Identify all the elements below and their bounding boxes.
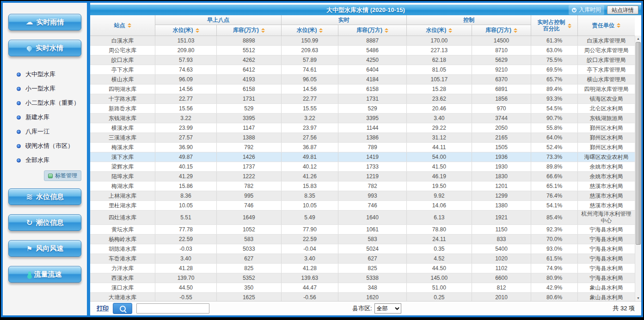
cell-station: 上林湖水库: [90, 191, 155, 201]
sidebar-menu-item[interactable]: 八库一江: [17, 127, 87, 136]
table-row[interactable]: 亭下水库74.636412 74.61640481.05 921069.5%亭下…: [90, 65, 635, 75]
county-select[interactable]: 全部: [374, 303, 401, 314]
cell-percent: 70.0%: [531, 235, 578, 244]
bullet-icon: [17, 144, 21, 148]
sidebar-menu-item[interactable]: 小一型水库: [17, 85, 87, 93]
cell-unit: 杭州湾海洋水利管理中心: [577, 211, 635, 225]
scroll-down-arrow[interactable]: ▼: [635, 295, 641, 301]
cell-realtime-level: 150.99: [281, 36, 338, 46]
cell-morning-level: 5.51: [155, 211, 217, 225]
cell-unit: 四明湖水库管理局: [577, 85, 635, 94]
table-row[interactable]: 西溪水库139.705352 139.635338145.00 660080.9…: [90, 273, 635, 283]
column-header-morning-level[interactable]: 水位(米): [155, 25, 217, 36]
water-drop-icon: [25, 44, 33, 52]
table-row[interactable]: 横山水库96.094193 96.054184105.17 637065.7%横…: [90, 75, 635, 85]
cell-realtime-level: 3.22: [281, 114, 338, 123]
sidebar-menu-item[interactable]: 碶闸水情（市区）: [17, 142, 87, 150]
tag-manage-button[interactable]: 标签管理: [44, 170, 81, 181]
table-row[interactable]: 胡陈港水库-0.035033 -0.0450240.35 540093.0%宁海…: [90, 244, 635, 254]
search-input[interactable]: [136, 303, 209, 314]
table-row[interactable]: 梁辉水库40.151737 40.12173341.50 193089.8%余姚…: [90, 162, 635, 172]
column-header-control-capacity[interactable]: 库容(万方): [472, 25, 531, 36]
table-row[interactable]: 里杜湖水库10.05746 10.0574614.06 138054.1%慈溪市…: [90, 201, 635, 211]
table-row[interactable]: 横溪水库23.991147 23.97114429.22 205055.8%鄞州…: [90, 123, 635, 133]
cell-control-level: 227.13: [406, 46, 472, 55]
table-row[interactable]: 力洋水库41.28825 41.2882544.50 110274.9%宁海县水…: [90, 264, 635, 273]
cell-control-level: 29.22: [406, 123, 472, 133]
cell-morning-level: 22.59: [155, 235, 217, 244]
cell-morning-level: 41.29: [155, 172, 217, 181]
cell-control-level: 81.05: [406, 65, 472, 75]
column-header-station[interactable]: 站点: [90, 15, 155, 36]
table-row[interactable]: 溪下水库49.871426 49.81141954.00 193673.3%海曙…: [90, 152, 635, 162]
sort-icon: [514, 28, 517, 33]
cell-control-capacity: 6891: [472, 85, 531, 94]
scroll-up-arrow[interactable]: ▲: [635, 36, 641, 42]
sidebar-button-tide-level[interactable]: ↻ 潮位信息: [8, 214, 81, 231]
cell-control-level: 6.13: [406, 211, 472, 225]
column-header-control-level[interactable]: 水位(米): [406, 25, 472, 36]
cell-morning-capacity: 6412: [216, 65, 281, 75]
cell-percent: 64.0%: [531, 133, 578, 143]
print-link[interactable]: 打印: [97, 304, 109, 313]
cell-realtime-level: 49.81: [281, 152, 338, 162]
sidebar-menu-item[interactable]: 全部水库: [17, 156, 87, 164]
cell-control-level: 41.50: [406, 162, 472, 172]
cell-unit: 余姚市水利局: [577, 162, 635, 172]
table-row[interactable]: 周公宅水库209.805512 209.635486227.13 871063.…: [90, 46, 635, 55]
table-row[interactable]: 上林湖水库8.36995 8.359939.92 129976.4%慈溪市水利局: [90, 191, 635, 201]
table-row[interactable]: 梅湖水库15.86782 15.8378219.50 120165.1%慈溪市水…: [90, 181, 635, 191]
cell-morning-capacity: 350: [216, 283, 281, 293]
table-row[interactable]: 十字路水库22.771731 22.77173123.62 185693.3%镇…: [90, 94, 635, 104]
sidebar-menu-item[interactable]: 小二型水库（重要）: [17, 99, 87, 107]
cell-morning-capacity: 1649: [216, 211, 281, 225]
cell-morning-level: 15.86: [155, 181, 217, 191]
table-row[interactable]: 黄坛水库77.781052 77.90106178.80 115092.3%宁海…: [90, 225, 635, 235]
column-header-realtime-level[interactable]: 水位(米): [281, 25, 338, 36]
scrollbar-thumb[interactable]: [636, 42, 641, 245]
sidebar-button-realtime-water[interactable]: 实时水情: [8, 40, 81, 56]
page-title: 大中型水库水情 (2020-10-15): [326, 6, 405, 14]
column-header-percent[interactable]: 实时占控制 百分比: [531, 15, 578, 36]
sort-icon: [261, 28, 265, 33]
table-row[interactable]: 大塘港水库-0.551625 -0.5616200.25 201080.6%象山…: [90, 293, 635, 302]
table-row[interactable]: 四灶浦水库5.511649 5.4916406.13 192185.4%杭州湾海…: [90, 211, 635, 225]
cell-station: 溪口水库: [90, 283, 155, 293]
sidebar-button-wind[interactable]: ⚑ 风向风速: [8, 240, 81, 257]
table-row[interactable]: 四明湖水库14.566158 14.56615815.28 689189.4%四…: [90, 85, 635, 94]
table-row[interactable]: 东钱湖水库3.223395 3.2233953.40 374490.7%东钱湖旅…: [90, 114, 635, 123]
cell-unit: 慈溪市水利局: [577, 191, 635, 201]
cell-realtime-capacity: 789: [338, 143, 407, 152]
county-label: 县市区:: [352, 304, 372, 313]
search-button[interactable]: [113, 303, 132, 314]
column-header-morning-capacity[interactable]: 库容(万方): [216, 25, 281, 36]
sidebar-menu-item[interactable]: 新建水库: [17, 113, 87, 121]
cell-station: 杨梅岭水库: [90, 235, 155, 244]
cell-morning-level: 40.15: [155, 162, 217, 172]
table-row[interactable]: 白溪水库151.038898 150.998887170.00 1450061.…: [90, 36, 635, 46]
table-row[interactable]: 新路岙水库15.56529 15.5552920.46 97054.5%北仑区水…: [90, 104, 635, 114]
sidebar-button-flow[interactable]: 流量流速: [8, 266, 81, 283]
table-row[interactable]: 车岙港水库3.40627 3.406274.52 102061.5%宁海县水利局: [90, 254, 635, 264]
storage-time-button[interactable]: 入库时间: [569, 5, 604, 15]
table-row[interactable]: 三溪浦水库27.571388 27.56138631.12 216564.0%鄞…: [90, 133, 635, 143]
sidebar-button-realtime-rain[interactable]: ☁ 实时雨情: [8, 14, 81, 30]
table-row[interactable]: 陆埠水库41.291222 41.26121946.19 183066.6%余姚…: [90, 172, 635, 181]
cell-control-capacity: 1936: [472, 152, 531, 162]
total-count-label: 共 32 项: [613, 304, 635, 313]
table-row[interactable]: 皎口水库57.934262 57.89425062.18 562975.5%皎口…: [90, 55, 635, 65]
cell-morning-level: 3.22: [155, 114, 217, 123]
column-header-realtime-capacity[interactable]: 库容(万方): [338, 25, 407, 36]
vertical-scrollbar[interactable]: ▲ ▼: [635, 36, 641, 301]
table-row[interactable]: 杨梅岭水库22.59583 22.5958324.11 83370.0%宁海县水…: [90, 235, 635, 244]
table-row[interactable]: 梅溪水库36.90792 36.8778944.11 150552.4%鄞州区水…: [90, 143, 635, 152]
cell-control-capacity: 6600: [472, 273, 531, 283]
cell-realtime-level: 41.26: [281, 172, 338, 181]
column-header-unit[interactable]: 责任单位: [577, 15, 635, 36]
sidebar-menu-item[interactable]: 大中型水库: [17, 70, 87, 78]
table-row[interactable]: 溪口水库44.50350 44.4734851.00 81242.9%象山县水利…: [90, 283, 635, 293]
cell-station: 大塘港水库: [90, 293, 155, 302]
sidebar-button-water-level[interactable]: ≋ 水位信息: [8, 188, 81, 205]
station-detail-button[interactable]: 站点详情: [607, 6, 638, 14]
cell-morning-capacity: 1426: [216, 152, 281, 162]
